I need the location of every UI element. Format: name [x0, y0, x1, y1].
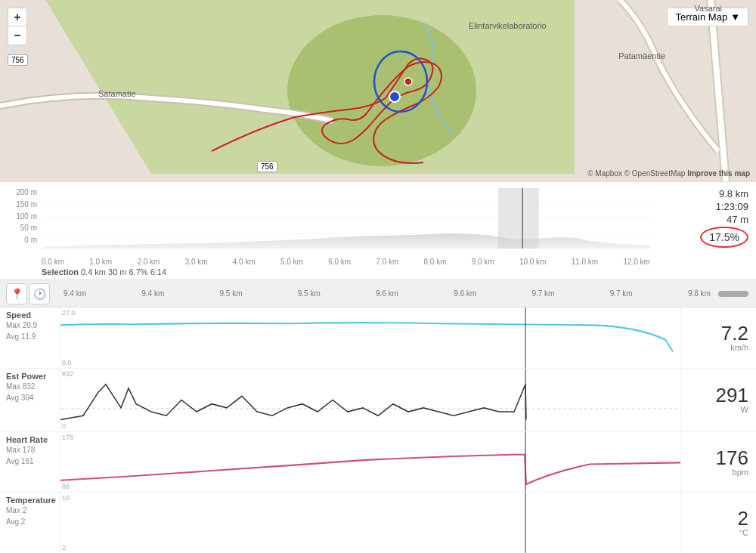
- power-svg: [60, 369, 680, 431]
- power-y-top: 832: [62, 370, 73, 378]
- pin-icon-button[interactable]: 📍: [6, 283, 27, 304]
- zoom-in-button[interactable]: +: [8, 8, 26, 26]
- elevation-section: 200 m 150 m 100 m 50 m 0 m: [0, 181, 756, 280]
- temp-max: Max 2: [6, 505, 54, 516]
- hr-y-top: 178: [62, 434, 73, 441]
- power-row: Est Power Max 832 Avg 304 832 0 291 W: [0, 369, 756, 432]
- elevation-x-axis: 0.0 km 1.0 km 2.0 km 3.0 km 4.0 km 5.0 k…: [0, 258, 756, 267]
- timeline-bar: 📍 🕐 9.4 km 9.4 km 9.5 km 9.5 km 9.6 km 9…: [0, 280, 756, 307]
- hr-value: 176: [716, 448, 748, 468]
- svg-rect-10: [498, 188, 539, 249]
- stat-elevation-gain: 47 m: [727, 214, 748, 225]
- elevation-y-axis: 200 m 150 m 100 m 50 m 0 m: [0, 188, 42, 258]
- selection-info: Selection 0.4 km 30 m 6.7% 6:14: [0, 267, 756, 280]
- temp-svg: [60, 493, 680, 553]
- map-section: + − Terrain Map ▼ 756 756 Satamatie Elin…: [0, 0, 756, 181]
- temp-label-col: Temperature Max 2 Avg 2: [0, 493, 60, 553]
- power-max: Max 832: [6, 381, 54, 392]
- stat-time: 1:23:09: [716, 201, 748, 212]
- speed-svg: [60, 307, 680, 368]
- power-unit: W: [741, 405, 748, 414]
- hr-max: Max 178: [6, 444, 54, 456]
- speed-value-col: 7.2 km/h: [680, 307, 756, 368]
- power-value: 291: [716, 385, 748, 405]
- speed-y-bottom: 0.0: [62, 359, 72, 366]
- hr-value-col: 176 bpm: [680, 432, 756, 493]
- speed-y-top: 27.0: [62, 309, 76, 317]
- speed-avg: Avg 11.9: [6, 331, 54, 342]
- temperature-row: Temperature Max 2 Avg 2 10 2 2 °C: [0, 493, 756, 553]
- y-label-200: 200 m: [16, 188, 37, 196]
- speed-value: 7.2: [721, 323, 748, 343]
- temp-y-bottom: 2: [62, 544, 66, 551]
- temp-chart: 10 2: [60, 493, 680, 553]
- map-controls: + −: [8, 8, 27, 45]
- temp-y-top: 10: [62, 494, 70, 502]
- y-label-50: 50 m: [20, 224, 37, 232]
- hr-name: Heart Rate: [6, 435, 54, 444]
- zoom-out-button[interactable]: −: [8, 26, 26, 45]
- elevation-stats: 9.8 km 1:23:09 47 m 17.5%: [650, 188, 756, 248]
- improve-map-link[interactable]: Improve this map: [687, 169, 750, 178]
- svg-line-1: [711, 0, 726, 181]
- power-y-bottom: 0: [62, 422, 66, 430]
- temp-unit: °C: [739, 528, 748, 537]
- speed-row: Speed Max 20.9 Avg 11.9 27.0 0.0 7.2 km/…: [0, 307, 756, 369]
- y-label-150: 150 m: [16, 200, 37, 209]
- speed-unit: km/h: [730, 343, 748, 352]
- y-label-0: 0 m: [24, 236, 37, 244]
- speed-chart: 27.0 0.0: [60, 307, 680, 368]
- metrics-section: Speed Max 20.9 Avg 11.9 27.0 0.0 7.2 km/…: [0, 307, 756, 553]
- hr-avg: Avg 161: [6, 456, 54, 467]
- power-name: Est Power: [6, 372, 54, 381]
- elevation-chart: 9.8 km 1:23:09 47 m 17.5%: [42, 188, 756, 258]
- road-badge-756-center: 756: [257, 161, 277, 172]
- power-value-col: 291 W: [680, 369, 756, 431]
- svg-point-4: [404, 78, 412, 85]
- hr-svg: [60, 432, 680, 493]
- speed-name: Speed: [6, 310, 54, 320]
- hr-unit: bpm: [733, 468, 748, 477]
- stat-distance: 9.8 km: [719, 188, 748, 199]
- power-label-col: Est Power Max 832 Avg 304: [0, 369, 60, 431]
- hr-chart: 178 88: [60, 432, 680, 493]
- dropdown-chevron-icon: ▼: [730, 11, 740, 23]
- power-avg: Avg 304: [6, 392, 54, 403]
- speed-label-col: Speed Max 20.9 Avg 11.9: [0, 307, 60, 368]
- elevation-svg: [42, 188, 650, 249]
- temp-name: Temperature: [6, 496, 54, 505]
- timeline-icons: 📍 🕐: [0, 283, 56, 304]
- svg-point-3: [389, 91, 400, 102]
- svg-point-2: [374, 51, 427, 112]
- y-label-100: 100 m: [16, 212, 37, 221]
- hr-label-col: Heart Rate Max 178 Avg 161: [0, 432, 60, 493]
- temp-avg: Avg 2: [6, 516, 54, 527]
- label-satamatie: Satamatie: [98, 89, 136, 98]
- map-attribution: © Mapbox © OpenStreetMap Improve this ma…: [587, 169, 750, 178]
- clock-icon-button[interactable]: 🕐: [29, 283, 50, 304]
- heart-rate-row: Heart Rate Max 178 Avg 161 178 88 176 bp…: [0, 432, 756, 493]
- stat-grade: 17.5%: [700, 227, 748, 248]
- terrain-map-label: Terrain Map: [675, 11, 727, 23]
- timeline-labels: 9.4 km 9.4 km 9.5 km 9.5 km 9.6 km 9.6 k…: [56, 289, 718, 298]
- temp-value: 2: [738, 508, 748, 528]
- power-chart: 832 0: [60, 369, 680, 431]
- label-elintarvi: Elintarvikelaboratorio: [469, 21, 547, 30]
- temp-value-col: 2 °C: [680, 493, 756, 553]
- timeline-scrollbar[interactable]: [718, 291, 748, 297]
- label-vasarai: Vasarai: [695, 4, 722, 13]
- label-patamatie: Patamäentie: [618, 51, 665, 60]
- hr-y-bottom: 88: [62, 483, 70, 490]
- road-badge-756-left: 756: [8, 54, 28, 66]
- speed-max: Max 20.9: [6, 320, 54, 331]
